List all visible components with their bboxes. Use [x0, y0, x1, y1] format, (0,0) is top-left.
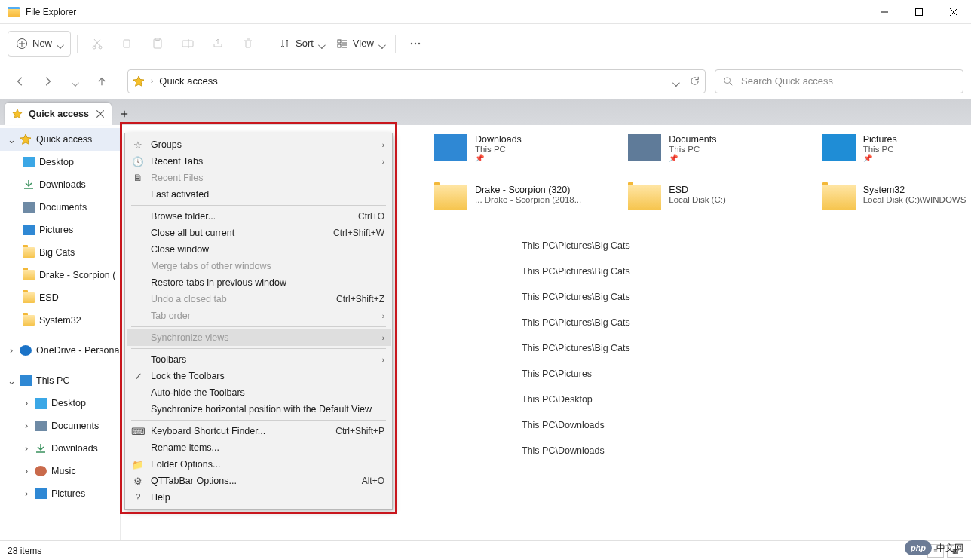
maximize-button[interactable] — [902, 0, 936, 24]
sidebar-drake[interactable]: Drake - Scorpion ( — [0, 264, 120, 286]
sidebar-esd[interactable]: ESD — [0, 286, 120, 309]
menu-close-window[interactable]: Close window — [127, 241, 391, 258]
folder-tile[interactable]: ESDLocal Disk (C:) — [628, 185, 776, 210]
folder-icon — [23, 247, 35, 258]
nav-row: › Quick access Search Quick access — [0, 63, 971, 99]
copy-button[interactable] — [114, 30, 141, 57]
menu-rename-items[interactable]: Rename items... — [127, 439, 391, 456]
sidebar-item-label: Documents — [39, 202, 87, 213]
star-icon — [133, 75, 145, 87]
pictures-icon — [822, 134, 856, 161]
search-box[interactable]: Search Quick access — [715, 69, 963, 93]
tab-quick-access[interactable]: Quick access — [5, 103, 112, 125]
paste-button[interactable] — [144, 30, 171, 57]
chevron-down-icon[interactable]: ⌄ — [8, 375, 15, 387]
chevron-down-icon[interactable]: ⌄ — [8, 134, 15, 145]
pictures-icon — [23, 225, 35, 235]
folder-tile[interactable]: DownloadsThis PC📌 — [434, 134, 583, 162]
star-icon — [12, 109, 23, 119]
svg-rect-15 — [338, 44, 341, 47]
menu-browse-folder[interactable]: Browse folder...Ctrl+O — [127, 208, 391, 225]
svg-point-22 — [418, 42, 420, 44]
menu-close-all-but-current[interactable]: Close all but currentCtrl+Shift+W — [127, 225, 391, 241]
menu-merge-tabs[interactable]: Merge tabs of other windows — [127, 258, 391, 274]
up-button[interactable] — [93, 72, 111, 90]
sidebar-item-label: Pictures — [39, 225, 73, 235]
sidebar-quick-access[interactable]: ⌄ Quick access — [0, 128, 120, 151]
menu-undo-closed[interactable]: Undo a closed tabCtrl+Shift+Z — [127, 291, 391, 308]
address-bar[interactable]: › Quick access — [127, 69, 706, 93]
chevron-right-icon: › — [377, 141, 384, 149]
new-button[interactable]: New — [8, 31, 71, 57]
more-button[interactable] — [402, 30, 429, 57]
sidebar-onedrive[interactable]: ›OneDrive - Persona — [0, 339, 120, 362]
svg-rect-14 — [338, 40, 341, 43]
view-button[interactable]: View — [332, 30, 389, 57]
sidebar-pc-desktop[interactable]: ›Desktop — [0, 392, 120, 415]
chevron-right-icon[interactable]: › — [8, 345, 15, 356]
sidebar-bigcats[interactable]: Big Cats — [0, 241, 120, 264]
menu-qttabbar-options[interactable]: ⚙QTTabBar Options...Alt+O — [127, 473, 391, 489]
pictures-icon — [35, 488, 47, 499]
folder-tile[interactable]: PicturesThis PC📌 — [822, 134, 971, 162]
tab-strip: Quick access — [0, 99, 971, 125]
menu-groups[interactable]: ☆Groups› — [127, 136, 391, 153]
menu-last-activated[interactable]: Last activated — [127, 186, 391, 203]
menu-synchronize-views[interactable]: Synchronize views› — [127, 329, 391, 346]
menu-autohide-toolbars[interactable]: Auto-hide the Toolbars — [127, 384, 391, 401]
php-logo: php — [905, 540, 932, 555]
back-button[interactable] — [11, 72, 29, 90]
sidebar-pc-documents[interactable]: ›Documents — [0, 415, 120, 437]
history-dropdown[interactable] — [66, 72, 84, 90]
share-button[interactable] — [204, 30, 231, 57]
sidebar-pc-pictures[interactable]: ›Pictures — [0, 482, 120, 505]
view-label: View — [353, 38, 374, 49]
new-tab-button[interactable] — [116, 106, 133, 122]
menu-recent-tabs[interactable]: 🕓Recent Tabs› — [127, 153, 391, 170]
sidebar-pc-music[interactable]: ›Music — [0, 460, 120, 482]
sidebar-pc-downloads[interactable]: ›Downloads — [0, 437, 120, 460]
cut-button[interactable] — [84, 30, 111, 57]
menu-restore-tabs[interactable]: Restore tabs in previous window — [127, 274, 391, 291]
address-dropdown-icon[interactable] — [672, 78, 678, 84]
sidebar-downloads[interactable]: Downloads — [0, 173, 120, 196]
sort-button[interactable]: Sort — [274, 30, 329, 57]
pc-icon — [20, 375, 32, 386]
new-label: New — [32, 38, 52, 49]
refresh-icon[interactable] — [689, 75, 700, 87]
menu-tab-order[interactable]: Tab order› — [127, 308, 391, 324]
folder-tile[interactable]: DocumentsThis PC📌 — [628, 134, 776, 162]
sidebar-documents[interactable]: Documents — [0, 196, 120, 219]
close-button[interactable] — [936, 0, 971, 24]
watermark: php 中文网 — [905, 540, 963, 555]
star-icon: ☆ — [131, 139, 145, 151]
sidebar-item-label: Pictures — [51, 488, 85, 499]
minimize-button[interactable] — [867, 0, 902, 24]
breadcrumb[interactable]: Quick access — [159, 75, 217, 87]
sidebar-system32[interactable]: System32 — [0, 309, 120, 332]
menu-keyboard-shortcut-finder[interactable]: ⌨Keyboard Shortcut Finder...Ctrl+Shift+P — [127, 423, 391, 439]
close-tab-icon[interactable] — [95, 109, 106, 119]
rename-button[interactable] — [174, 30, 201, 57]
menu-help[interactable]: ?Help — [127, 489, 391, 506]
delete-button[interactable] — [234, 30, 262, 57]
folder-tile[interactable]: Drake - Scorpion (320)... Drake - Scorpi… — [434, 185, 583, 210]
svg-rect-9 — [124, 40, 130, 47]
menu-recent-files[interactable]: 🗎Recent Files — [127, 170, 391, 186]
onedrive-icon — [20, 345, 32, 356]
menu-toolbars[interactable]: Toolbars› — [127, 351, 391, 368]
sidebar-pictures[interactable]: Pictures — [0, 219, 120, 241]
document-icon — [23, 202, 35, 213]
folder-tile[interactable]: System32Local Disk (C:)\WINDOWS — [822, 185, 971, 210]
sidebar-desktop[interactable]: Desktop — [0, 151, 120, 173]
sidebar-item-label: Documents — [51, 421, 99, 431]
forward-button[interactable] — [38, 72, 57, 90]
menu-sync-horizontal[interactable]: Synchronize horizontal position with the… — [127, 401, 391, 418]
svg-point-23 — [724, 77, 731, 83]
menu-lock-toolbars[interactable]: ✓Lock the Toolbars — [127, 368, 391, 384]
window-title: File Explorer — [26, 7, 76, 17]
folder-icon — [23, 270, 35, 280]
svg-rect-12 — [182, 41, 193, 47]
menu-folder-options[interactable]: 📁Folder Options... — [127, 456, 391, 473]
sidebar-thispc[interactable]: ⌄This PC — [0, 369, 120, 392]
